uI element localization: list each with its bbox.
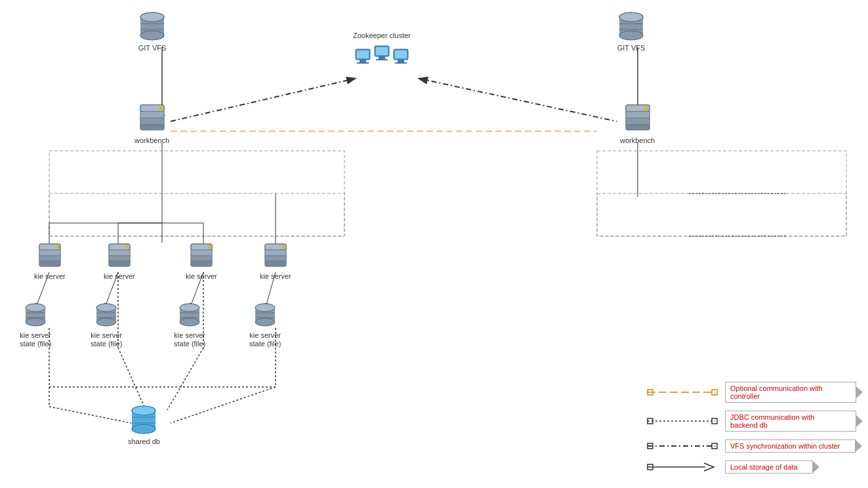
git-vfs-right-label: GIT VFS [617, 44, 646, 52]
svg-rect-56 [376, 47, 388, 55]
svg-point-93 [281, 245, 285, 249]
svg-rect-86 [191, 261, 212, 266]
svg-point-69 [644, 106, 648, 110]
kie-state-2-label: kie serverstate (file) [91, 331, 122, 348]
kie-state-1: kie serverstate (file) [20, 303, 51, 348]
legend-item-local: Local storage of data [646, 460, 856, 474]
kie-server-3-icon [189, 241, 214, 270]
zookeeper-icon [352, 43, 411, 79]
svg-point-111 [180, 304, 199, 312]
shared-db: shared db [128, 405, 160, 446]
kie-state-4-label: kie serverstate (file) [249, 331, 281, 348]
kie-state-1-icon [23, 303, 48, 329]
svg-rect-90 [265, 250, 286, 256]
kie-server-1-icon [37, 241, 62, 270]
workbench-right-icon [623, 102, 652, 134]
svg-rect-53 [398, 60, 404, 62]
workbench-left-label: workbench [134, 136, 169, 145]
workbench-left-icon [138, 102, 167, 134]
kie-server-3: kie server [186, 241, 217, 281]
svg-rect-72 [39, 250, 60, 256]
svg-point-123 [132, 406, 155, 415]
svg-point-75 [56, 245, 59, 249]
kie-server-4-icon [263, 241, 288, 270]
legend-jdbc-label: JDBC communication with backend db [725, 411, 856, 432]
svg-point-96 [26, 318, 45, 326]
legend-item-vfs: VFS synchronization within cluster [646, 439, 856, 453]
kie-state-2: kie serverstate (file) [91, 303, 122, 348]
svg-rect-4 [597, 151, 846, 236]
legend-vfs-label: VFS synchronization within cluster [725, 439, 856, 453]
svg-rect-61 [140, 118, 164, 125]
svg-line-3 [420, 79, 617, 121]
svg-rect-80 [109, 261, 130, 266]
kie-server-2: kie server [104, 241, 135, 281]
svg-point-105 [96, 304, 116, 312]
shared-db-label: shared db [128, 437, 160, 446]
svg-point-108 [180, 318, 199, 326]
git-vfs-left-label: GIT VFS [138, 44, 167, 52]
svg-point-117 [255, 304, 275, 312]
svg-rect-85 [191, 256, 212, 261]
svg-line-2 [171, 79, 354, 121]
zookeeper-label: Zookeeper cluster [353, 31, 411, 40]
svg-rect-68 [626, 125, 650, 130]
svg-point-120 [132, 424, 155, 434]
svg-point-45 [619, 12, 643, 22]
legend: Optional communication with controller J… [646, 382, 856, 481]
kie-server-4-label: kie server [260, 272, 291, 281]
workbench-right-label: workbench [620, 136, 655, 145]
svg-rect-78 [109, 250, 130, 256]
svg-rect-73 [39, 256, 60, 261]
svg-rect-84 [191, 250, 212, 256]
kie-server-1-label: kie server [34, 272, 66, 281]
kie-server-4: kie server [260, 241, 291, 281]
svg-rect-79 [109, 256, 130, 261]
svg-point-39 [140, 12, 164, 22]
legend-line-vfs [646, 440, 718, 452]
svg-rect-57 [395, 51, 407, 58]
svg-point-87 [207, 245, 211, 249]
kie-server-3-label: kie server [186, 272, 217, 281]
kie-state-3-icon [177, 303, 202, 329]
legend-item-optional: Optional communication with controller [646, 382, 856, 403]
legend-line-local [646, 461, 718, 473]
git-vfs-left-icon [138, 12, 167, 42]
svg-rect-6 [49, 193, 344, 236]
svg-rect-47 [360, 60, 366, 62]
svg-point-36 [140, 31, 164, 40]
svg-point-81 [125, 245, 129, 249]
svg-point-114 [255, 318, 275, 326]
svg-rect-31 [597, 193, 846, 236]
kie-server-2-label: kie server [104, 272, 135, 281]
svg-point-99 [26, 304, 45, 312]
svg-line-22 [118, 348, 146, 410]
legend-item-jdbc: JDBC communication with backend db [646, 411, 856, 432]
svg-rect-50 [379, 56, 385, 59]
legend-line-optional [646, 386, 718, 398]
git-vfs-left: GIT VFS [138, 12, 167, 52]
svg-line-27 [49, 407, 131, 423]
architecture-diagram: GIT VFS GIT VFS Zookeeper cluster [0, 0, 868, 488]
svg-rect-54 [395, 62, 407, 64]
zookeeper-cluster: Zookeeper cluster [342, 30, 421, 79]
kie-state-2-icon [94, 303, 119, 329]
svg-rect-51 [376, 59, 388, 60]
svg-point-63 [159, 106, 163, 110]
svg-rect-60 [140, 112, 164, 118]
svg-rect-5 [49, 151, 344, 236]
kie-server-2-icon [107, 241, 132, 270]
svg-line-24 [167, 348, 203, 410]
kie-server-1: kie server [34, 241, 66, 281]
shared-db-icon [129, 405, 158, 436]
svg-rect-67 [626, 118, 650, 125]
svg-rect-91 [265, 256, 286, 261]
legend-optional-label: Optional communication with controller [725, 382, 856, 403]
svg-rect-48 [357, 62, 369, 64]
svg-point-102 [96, 318, 116, 326]
svg-rect-62 [140, 125, 164, 130]
legend-local-label: Local storage of data [725, 460, 813, 474]
svg-rect-92 [265, 261, 286, 266]
git-vfs-right: GIT VFS [617, 12, 646, 52]
svg-rect-74 [39, 261, 60, 266]
